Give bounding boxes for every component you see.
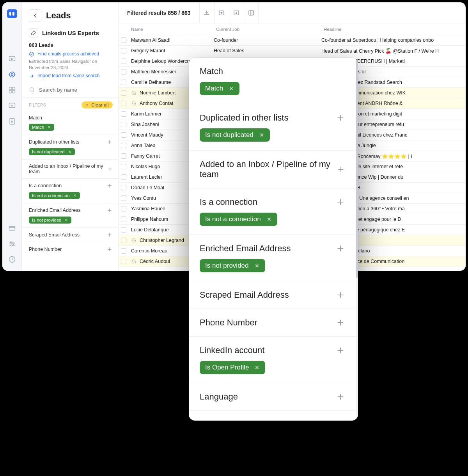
lead-headline: Head of Sales at Cherry Pick 🍒 @Station …: [321, 48, 466, 54]
filter-chip[interactable]: Match: [29, 124, 54, 131]
row-checkbox[interactable]: [121, 111, 126, 117]
plus-icon[interactable]: [337, 165, 345, 174]
close-icon[interactable]: [68, 150, 72, 154]
search-input[interactable]: [39, 87, 111, 93]
row-checkbox[interactable]: [121, 59, 126, 64]
row-checkbox[interactable]: [121, 80, 126, 85]
row-checkbox[interactable]: [121, 122, 126, 127]
dashboard-icon[interactable]: [8, 86, 16, 94]
settings-icon[interactable]: [8, 240, 16, 248]
plus-icon[interactable]: [106, 207, 113, 213]
close-icon[interactable]: [64, 218, 68, 222]
plus-icon[interactable]: [336, 318, 345, 327]
row-checkbox[interactable]: [121, 90, 126, 96]
row-checkbox[interactable]: [121, 101, 126, 106]
name-cell: Marwann Al Saadi: [129, 37, 214, 43]
card-icon[interactable]: [8, 224, 16, 233]
filter-chip[interactable]: Is not duplicated: [29, 148, 75, 155]
close-icon[interactable]: [73, 194, 77, 197]
clear-all-label: Clear all: [91, 103, 109, 107]
columns-button[interactable]: [244, 2, 259, 23]
table-row[interactable]: Grégory MarantHead of SalesHead of Sales…: [119, 46, 466, 56]
row-checkbox[interactable]: [121, 37, 126, 43]
svg-point-14: [30, 52, 34, 57]
inbox-icon: [131, 101, 136, 106]
back-button[interactable]: [29, 9, 41, 22]
page-title: Leads: [46, 11, 71, 21]
plus-icon[interactable]: [336, 244, 345, 253]
popover-filter-chip[interactable]: Is not a connection: [200, 213, 277, 226]
close-icon[interactable]: [47, 125, 51, 129]
filter-chip[interactable]: Is not provided: [29, 217, 71, 224]
row-checkbox[interactable]: [121, 206, 126, 211]
lead-name: Dorian Le Moal: [131, 185, 164, 190]
row-checkbox[interactable]: [121, 227, 126, 233]
popover-filter-chip[interactable]: Match: [200, 82, 239, 95]
popover-filter-section: Job title: [189, 411, 356, 421]
popover-filter-section: MatchMatch: [189, 58, 356, 104]
row-checkbox[interactable]: [121, 195, 126, 201]
table-row[interactable]: Marwann Al SaadiCo-founderCo-founder at …: [119, 35, 466, 46]
row-checkbox[interactable]: [121, 143, 126, 148]
popover-filter-section: Is a connectionIs not a connection: [189, 188, 356, 235]
plus-icon[interactable]: [106, 246, 113, 252]
plus-icon[interactable]: [106, 232, 113, 238]
popover-filter-section: Phone Number: [189, 309, 356, 337]
chat-icon[interactable]: [8, 55, 16, 63]
import-link[interactable]: Import lead from same search: [29, 73, 111, 79]
row-checkbox[interactable]: [121, 153, 126, 159]
filter-chip-label: Match: [32, 125, 44, 130]
popover-filter-chip[interactable]: Is Open Profile: [200, 361, 265, 374]
lead-name: Matthieu Mennessier: [131, 69, 176, 75]
export-button[interactable]: [214, 2, 229, 23]
lead-name: Marwann Al Saadi: [131, 37, 170, 43]
row-checkbox[interactable]: [121, 259, 126, 264]
popover-scrollbar[interactable]: [356, 58, 358, 421]
target-icon[interactable]: [8, 70, 16, 79]
plus-icon[interactable]: [106, 183, 113, 189]
popover-filter-chip[interactable]: Is not provided: [200, 259, 265, 272]
download-button[interactable]: [199, 2, 214, 23]
row-checkbox[interactable]: [121, 238, 126, 243]
row-checkbox[interactable]: [121, 69, 126, 75]
row-checkbox[interactable]: [121, 217, 126, 222]
page-icon[interactable]: [8, 117, 16, 126]
close-icon[interactable]: [254, 263, 260, 268]
sidebar-filter-item: Duplicated in other listsIs not duplicat…: [22, 135, 118, 159]
sidebar-filter-title: Scraped Email Address: [29, 232, 80, 238]
clear-all-button[interactable]: Clear all: [82, 101, 113, 108]
close-icon[interactable]: [266, 217, 272, 222]
plus-icon[interactable]: [336, 114, 345, 122]
plus-icon[interactable]: [107, 166, 113, 172]
popover-filter-chip-label: Is not a connection: [205, 215, 261, 223]
extracted-note: Extracted from Sales Navigator on Novemb…: [29, 59, 111, 71]
plus-icon[interactable]: [336, 420, 345, 421]
plus-icon[interactable]: [336, 393, 345, 401]
lead-name: Yasmina Houee: [131, 206, 165, 211]
plus-icon[interactable]: [336, 198, 345, 206]
clock-icon[interactable]: [8, 255, 16, 264]
row-checkbox[interactable]: [121, 248, 126, 254]
plus-icon[interactable]: [336, 346, 345, 355]
row-checkbox[interactable]: [121, 164, 126, 169]
row-checkbox[interactable]: [121, 185, 126, 190]
app-logo-icon[interactable]: [7, 9, 17, 18]
plus-icon[interactable]: [106, 139, 113, 145]
close-icon[interactable]: [229, 86, 234, 91]
lead-count: 863 Leads: [22, 41, 118, 51]
close-icon[interactable]: [259, 132, 264, 138]
svg-point-10: [10, 242, 11, 243]
close-icon[interactable]: [254, 365, 260, 370]
nav-rail: [2, 2, 22, 271]
import-button[interactable]: [229, 2, 244, 23]
row-checkbox[interactable]: [121, 48, 126, 53]
lead-job: Co-founder: [214, 37, 321, 43]
plus-icon[interactable]: [336, 291, 345, 299]
lead-name: Christopher Legrand: [140, 238, 184, 243]
row-checkbox[interactable]: [121, 132, 126, 138]
play-icon[interactable]: [8, 101, 16, 110]
popover-filter-chip[interactable]: Is not duplicated: [200, 128, 270, 142]
filter-chip[interactable]: Is not a connection: [29, 192, 80, 199]
row-checkbox[interactable]: [121, 174, 126, 180]
toolbar: Filtered results 858 / 863: [119, 2, 466, 23]
